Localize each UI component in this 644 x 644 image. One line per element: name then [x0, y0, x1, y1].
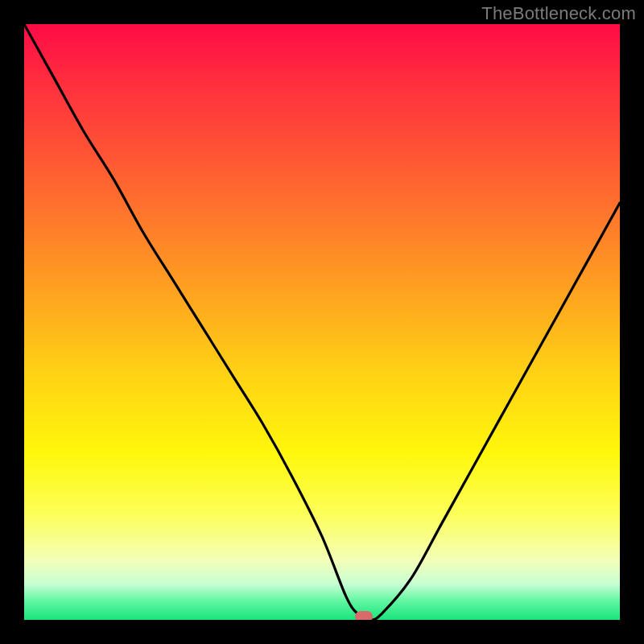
plot-area [24, 24, 620, 620]
watermark-text: TheBottleneck.com [481, 3, 636, 24]
curve-svg [24, 24, 620, 620]
chart-frame: TheBottleneck.com [0, 0, 644, 644]
optimum-marker [355, 611, 373, 620]
bottleneck-curve [24, 24, 620, 620]
